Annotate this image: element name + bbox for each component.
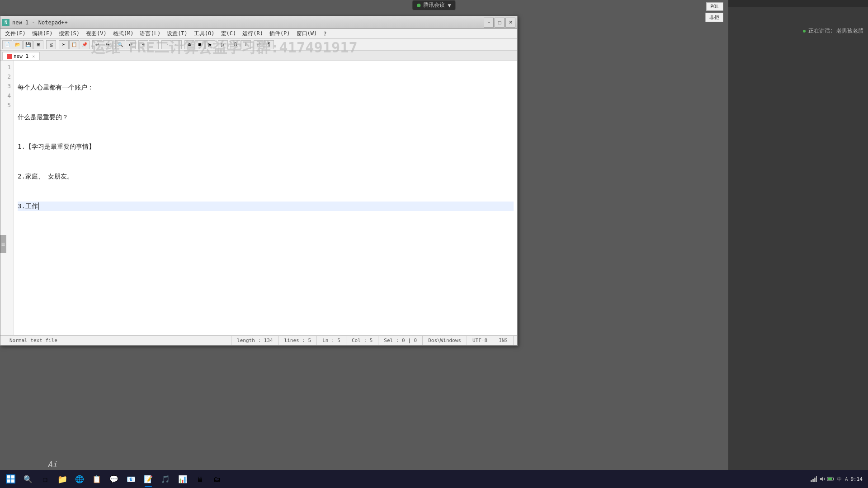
explorer-icon: 📁	[57, 474, 67, 484]
taskbar-app4[interactable]: 🎵	[157, 471, 174, 487]
sidebar-arrow[interactable]: ≡	[0, 235, 6, 253]
meeting-bar[interactable]: 腾讯会议 ▼	[412, 0, 456, 10]
toolbar-redo[interactable]: ↪	[103, 40, 113, 49]
dos-label: Dos\Windows	[428, 338, 461, 343]
system-tray: 中 A	[810, 475, 849, 483]
tray-lang[interactable]: 中	[836, 475, 843, 483]
tab-new1[interactable]: new 1 ✕	[2, 52, 40, 60]
taskbar-app5[interactable]: 📊	[175, 471, 191, 487]
tray-network[interactable]	[810, 475, 817, 483]
toolbar-find[interactable]: 🔍	[115, 40, 125, 49]
title-bar-controls: － □ ✕	[484, 18, 515, 28]
app1-icon: 📋	[92, 474, 102, 484]
menu-edit[interactable]: 编辑(E)	[29, 29, 56, 38]
menu-format[interactable]: 格式(M)	[110, 29, 137, 38]
taskbar-search[interactable]: 🔍	[20, 471, 36, 487]
menu-help[interactable]: ?	[321, 30, 329, 38]
taskbar-edge[interactable]: 🌐	[71, 471, 88, 487]
editor-content[interactable]: 每个人心里都有一个账户： 什么是最重要的？ 1.【学习是最重要的事情】 2.家庭…	[14, 61, 517, 335]
toolbar-wrap[interactable]: ⏎	[254, 40, 264, 49]
maximize-button[interactable]: □	[495, 18, 505, 28]
menu-language[interactable]: 语言(L)	[137, 29, 163, 38]
presenter-dot	[803, 30, 806, 33]
toolbar-macro-play[interactable]: ▶	[205, 40, 215, 49]
taskbar-app3[interactable]: 📧	[123, 471, 139, 487]
menu-plugin[interactable]: 插件(P)	[267, 29, 293, 38]
arrow-icon: ≡	[1, 240, 5, 248]
toolbar-new[interactable]: 📄	[2, 40, 12, 49]
meeting-arrow: ▼	[448, 2, 451, 9]
toolbar-eol[interactable]: ¶	[264, 40, 274, 49]
menu-tools[interactable]: 工具(O)	[191, 29, 217, 38]
start-button[interactable]	[2, 471, 20, 487]
taskbar-app2[interactable]: 💬	[106, 471, 122, 487]
menu-view[interactable]: 视图(V)	[83, 29, 109, 38]
minimize-button[interactable]: －	[484, 18, 494, 28]
tab-close-icon[interactable]: ✕	[32, 54, 35, 59]
menu-window[interactable]: 窗口(W)	[294, 29, 320, 38]
toolbar-zoom-out[interactable]: -	[149, 40, 159, 49]
app5-icon: 📊	[178, 474, 188, 484]
taskbar-app6[interactable]: 🖥	[192, 471, 208, 487]
pol-button[interactable]: POL	[706, 2, 723, 11]
clock[interactable]: 9:14	[851, 476, 863, 482]
taskbar-app1[interactable]: 📋	[89, 471, 105, 487]
right-panel: 正在讲话: 老男孩老腊	[728, 0, 868, 488]
menu-file[interactable]: 文件(F)	[2, 29, 28, 38]
text-cursor	[38, 202, 39, 210]
toolbar-save-all[interactable]: ⊞	[33, 40, 43, 49]
taskbar-notepad[interactable]: 📝	[140, 471, 156, 487]
svg-rect-0	[7, 475, 10, 479]
notepad-icon: 📝	[143, 474, 153, 484]
close-button[interactable]: ✕	[505, 18, 515, 28]
toolbar-macro-stop[interactable]: ⏹	[195, 40, 205, 49]
editor-area[interactable]: 1 2 3 4 5 每个人心里都有一个账户： 什么是最重要的？ 1.【学习是最重…	[0, 61, 517, 335]
toolbar-paste[interactable]: 📌	[80, 40, 90, 49]
taskbar-explorer[interactable]: 📁	[54, 471, 71, 487]
svg-rect-4	[811, 480, 812, 482]
col-label: Col : 5	[352, 338, 373, 343]
tray-ime[interactable]: A	[844, 475, 849, 483]
toolbar-b1[interactable]: B	[231, 40, 241, 49]
svg-rect-10	[828, 478, 832, 480]
toolbar-save[interactable]: 💾	[23, 40, 33, 49]
toolbar-print[interactable]: 🖨	[46, 40, 56, 49]
toolbar-macro-rec[interactable]: ⏺	[184, 40, 194, 49]
status-file-type: Normal text file	[4, 336, 231, 345]
toolbar-outdent[interactable]: ←	[172, 40, 182, 49]
ins-label: INS	[499, 338, 508, 343]
toolbar-open[interactable]: 📂	[13, 40, 23, 49]
line-text-3: 1.【学习是最重要的事情】	[18, 142, 95, 151]
tab-icon	[7, 54, 12, 59]
taskbar-task-view[interactable]: ❑	[37, 471, 53, 487]
menu-search[interactable]: 搜索(S)	[56, 29, 82, 38]
toolbar-undo[interactable]: ↩	[92, 40, 102, 49]
presenter-label: 正在讲话: 老男孩老腊	[808, 27, 863, 35]
app2-icon: 💬	[109, 474, 119, 484]
app7-icon: 🗂	[212, 474, 222, 484]
tray-volume[interactable]	[819, 475, 826, 483]
toolbar-cut[interactable]: ✂	[59, 40, 69, 49]
notepad-window: N new 1 - Notepad++ － □ ✕ 运维 FRE二计算公益学习群…	[0, 16, 518, 346]
notepad-app-icon: N	[2, 19, 9, 26]
menu-macro[interactable]: 宏(C)	[218, 29, 239, 38]
line-text-2: 什么是最重要的？	[18, 113, 68, 122]
status-sel: Sel : 0 | 0	[378, 336, 423, 345]
status-ins: INS	[493, 336, 514, 345]
toolbar-run[interactable]: ▷	[218, 40, 228, 49]
tray-battery[interactable]	[827, 475, 835, 483]
editor-line-4: 2.家庭、 女朋友。	[18, 172, 514, 181]
toolbar-copy[interactable]: 📋	[69, 40, 79, 49]
toolbar-replace[interactable]: ⇄	[126, 40, 136, 49]
toolbar-zoom-in[interactable]: +	[138, 40, 148, 49]
toolbar-indent[interactable]: →	[161, 40, 171, 49]
taskbar: 🔍 ❑ 📁 🌐 📋 💬 📧 📝 🎵 📊 🖥	[0, 470, 868, 488]
sel-label: Sel : 0 | 0	[384, 338, 417, 343]
menu-run[interactable]: 运行(R)	[240, 29, 266, 38]
fei-button[interactable]: 非拒	[705, 13, 723, 22]
meeting-status-dot	[417, 4, 420, 7]
taskbar-app7[interactable]: 🗂	[209, 471, 225, 487]
menu-settings[interactable]: 设置(T)	[164, 29, 190, 38]
menu-bar: 文件(F) 编辑(E) 搜索(S) 视图(V) 格式(M) 语言(L) 设置(T…	[0, 29, 517, 39]
toolbar-b2[interactable]: I	[241, 40, 251, 49]
